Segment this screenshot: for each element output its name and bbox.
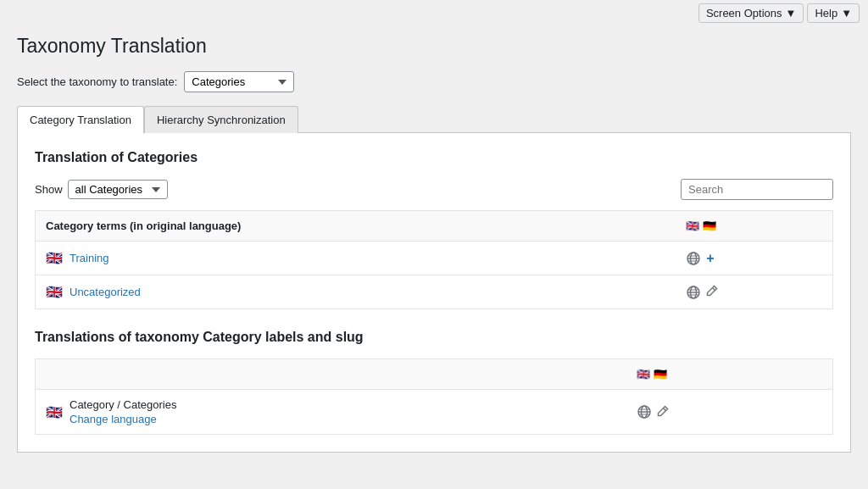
edit-icon-labels[interactable]	[657, 405, 669, 420]
help-label: Help	[815, 7, 837, 19]
flag-icons-header: 🇬🇧 🇩🇪	[686, 219, 716, 232]
row-link-uncategorized[interactable]: Uncategorized	[70, 286, 141, 298]
page-title: Taxonomy Translation	[17, 35, 851, 58]
table-cell-actions-training: +	[676, 242, 832, 275]
taxonomy-select[interactable]: Categories Tags Post Formats	[184, 71, 294, 92]
labels-row-flag: 🇬🇧	[46, 404, 63, 420]
labels-table: 🇬🇧 🇩🇪 🇬🇧 Category / Categories Change la…	[35, 358, 833, 435]
table-row: 🇬🇧 Training	[36, 242, 833, 275]
plus-icon-training[interactable]: +	[706, 251, 714, 266]
labels-table-col2-header: 🇬🇧 🇩🇪	[626, 359, 833, 390]
show-label: Show	[35, 183, 63, 196]
tab-category-translation[interactable]: Category Translation	[17, 106, 144, 133]
filter-select[interactable]: all Categories Uncategorized Training	[68, 180, 168, 199]
svg-line-10	[713, 288, 715, 291]
globe-icon-labels	[637, 404, 652, 420]
globe-icon-uncategorized	[686, 285, 701, 300]
screen-options-button[interactable]: Screen Options ▼	[698, 3, 804, 23]
main-content: Translation of Categories Show all Categ…	[17, 133, 851, 453]
tabs-container: Category Translation Hierarchy Synchroni…	[17, 106, 851, 133]
tab-hierarchy-synchronization[interactable]: Hierarchy Synchronization	[144, 106, 298, 133]
translation-section-title: Translation of Categories	[35, 150, 833, 165]
svg-line-16	[663, 408, 665, 410]
help-button[interactable]: Help ▼	[807, 3, 860, 23]
labels-table-cell-name: 🇬🇧 Category / Categories Change language	[36, 390, 626, 435]
globe-icon-training	[686, 251, 701, 266]
row-flag-uncategorized: 🇬🇧	[46, 284, 63, 300]
tab-category-translation-label: Category Translation	[30, 114, 131, 126]
page-wrapper: Taxonomy Translation Select the taxonomy…	[0, 26, 868, 470]
change-language-link[interactable]: Change language	[70, 413, 176, 425]
labels-section: Translations of taxonomy Category labels…	[35, 330, 833, 435]
top-bar: Screen Options ▼ Help ▼	[0, 0, 868, 26]
labels-table-col1-header	[36, 359, 626, 390]
taxonomy-selector-row: Select the taxonomy to translate: Catego…	[17, 71, 851, 92]
table-cell-name: 🇬🇧 Training	[36, 242, 676, 275]
labels-flag-icons-header: 🇬🇧 🇩🇪	[637, 368, 667, 381]
screen-options-chevron: ▼	[786, 7, 797, 19]
tab-hierarchy-synchronization-label: Hierarchy Synchronization	[157, 114, 286, 126]
table-cell-actions-uncategorized	[676, 275, 832, 309]
search-input[interactable]	[681, 179, 833, 200]
row-link-training[interactable]: Training	[70, 252, 108, 264]
filter-row: Show all Categories Uncategorized Traini…	[35, 179, 833, 200]
table-cell-name: 🇬🇧 Uncategorized	[36, 275, 676, 309]
translation-table-header-row: Category terms (in original language) 🇬🇧…	[36, 211, 833, 242]
labels-table-header-row: 🇬🇧 🇩🇪	[36, 359, 833, 390]
filter-left: Show all Categories Uncategorized Traini…	[35, 180, 168, 199]
edit-icon-uncategorized[interactable]	[706, 285, 718, 299]
translation-table: Category terms (in original language) 🇬🇧…	[35, 210, 833, 309]
labels-row-name: Category / Categories	[70, 398, 176, 411]
taxonomy-selector-label: Select the taxonomy to translate:	[17, 75, 177, 88]
screen-options-label: Screen Options	[706, 7, 782, 19]
table-row: 🇬🇧 Category / Categories Change language	[36, 390, 833, 435]
labels-section-title: Translations of taxonomy Category labels…	[35, 330, 833, 345]
labels-table-cell-actions	[626, 390, 833, 435]
row-flag-training: 🇬🇧	[46, 250, 63, 266]
translation-table-col1-header: Category terms (in original language)	[36, 211, 676, 242]
translation-table-col2-header: 🇬🇧 🇩🇪	[676, 211, 832, 242]
help-chevron: ▼	[841, 7, 852, 19]
table-row: 🇬🇧 Uncategorized	[36, 275, 833, 309]
translation-section: Translation of Categories Show all Categ…	[35, 150, 833, 309]
